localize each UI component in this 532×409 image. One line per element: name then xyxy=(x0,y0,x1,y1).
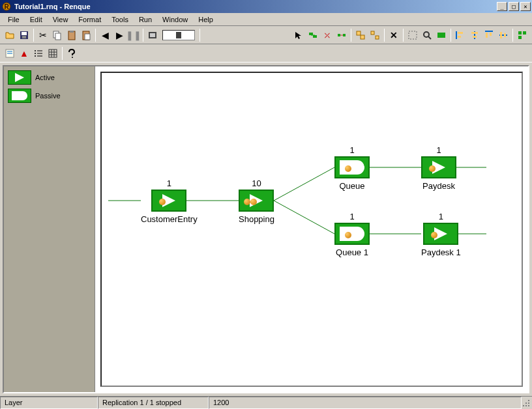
node-shopping[interactable]: 10 Shopping xyxy=(239,178,274,224)
play-button[interactable]: ▶ xyxy=(112,28,126,42)
node-paydesk[interactable]: 1 Paydesk xyxy=(421,145,456,191)
menu-bar: File Edit View Format Tools Run Window H… xyxy=(0,13,532,26)
node-box-active xyxy=(421,156,456,178)
maximize-button[interactable]: □ xyxy=(509,2,519,11)
node-box-passive xyxy=(334,156,370,178)
list-button[interactable] xyxy=(31,46,46,61)
legend-active-label: Active xyxy=(35,74,55,81)
node-count: 1 xyxy=(349,212,354,221)
pause-button[interactable]: ❚❚ xyxy=(126,28,141,42)
node-label: Paydesk 1 xyxy=(421,247,461,257)
select-all-tool[interactable] xyxy=(406,28,420,42)
open-button[interactable] xyxy=(3,28,17,42)
diagram-canvas[interactable]: 1 CustomerEntry 10 Shopping 1 Que xyxy=(100,72,523,387)
svg-rect-21 xyxy=(371,31,374,35)
close-button[interactable]: ✕ xyxy=(520,2,531,11)
palette-sidebar: Active Passive xyxy=(4,66,95,392)
node-count: 1 xyxy=(439,212,443,221)
svg-line-60 xyxy=(274,201,334,234)
pointer-tool[interactable] xyxy=(291,28,306,42)
status-layer: Layer xyxy=(0,397,98,409)
svg-rect-26 xyxy=(437,33,445,38)
node-customer-entry[interactable]: 1 CustomerEntry xyxy=(141,178,198,224)
node-tool[interactable] xyxy=(306,28,320,42)
help-button[interactable] xyxy=(65,46,79,61)
cut-button[interactable]: ✂ xyxy=(36,28,50,42)
svg-rect-3 xyxy=(22,32,27,35)
svg-rect-13 xyxy=(309,33,313,35)
menu-format[interactable]: Format xyxy=(73,14,106,25)
film-button[interactable] xyxy=(145,28,160,42)
node-count: 1 xyxy=(436,145,441,155)
title-bar: R Tutorial1.rnq - Renque _ □ ✕ xyxy=(0,0,532,13)
menu-edit[interactable]: Edit xyxy=(25,14,48,25)
align-center-tool[interactable] xyxy=(467,28,482,42)
svg-text:R: R xyxy=(4,3,9,10)
align-top-tool[interactable] xyxy=(482,28,496,42)
passive-icon xyxy=(8,89,31,103)
legend-passive[interactable]: Passive xyxy=(8,89,91,103)
step-back-button[interactable]: ◀ xyxy=(98,28,112,42)
node-box-active xyxy=(151,190,186,212)
cross-tool[interactable]: ⤫ xyxy=(320,28,334,42)
align-middle-tool[interactable] xyxy=(496,28,510,42)
menu-tools[interactable]: Tools xyxy=(106,14,134,25)
menu-file[interactable]: File xyxy=(3,14,25,25)
svg-rect-8 xyxy=(70,31,74,33)
node-box-active xyxy=(423,223,458,245)
minimize-button[interactable]: _ xyxy=(497,2,507,11)
paste-button[interactable] xyxy=(65,28,79,42)
svg-rect-67 xyxy=(528,402,529,404)
delete-tool[interactable]: ✕ xyxy=(387,28,401,42)
node-paydesk-1[interactable]: 1 Paydesk 1 xyxy=(421,212,461,257)
svg-rect-68 xyxy=(523,405,524,406)
svg-rect-39 xyxy=(518,31,522,35)
grid-button[interactable] xyxy=(46,46,60,61)
svg-rect-29 xyxy=(458,36,461,38)
app-icon: R xyxy=(1,1,12,12)
paste-special-button[interactable] xyxy=(79,28,93,42)
node-queue-1[interactable]: 1 Queue 1 xyxy=(334,212,370,257)
link-tool[interactable] xyxy=(334,28,349,42)
svg-rect-19 xyxy=(357,31,361,35)
svg-rect-37 xyxy=(500,32,502,38)
menu-view[interactable]: View xyxy=(48,14,74,25)
fit-tool[interactable] xyxy=(434,28,449,42)
svg-rect-34 xyxy=(486,33,488,38)
svg-line-25 xyxy=(428,36,431,39)
save-button[interactable] xyxy=(17,28,31,42)
group-tool[interactable] xyxy=(353,28,368,42)
svg-point-49 xyxy=(35,55,36,57)
svg-rect-69 xyxy=(525,405,527,406)
speed-slider[interactable] xyxy=(160,30,198,40)
legend-active[interactable]: Active xyxy=(8,70,91,85)
svg-rect-32 xyxy=(473,36,477,38)
svg-rect-16 xyxy=(338,34,340,36)
svg-rect-14 xyxy=(313,35,317,38)
svg-point-47 xyxy=(35,53,36,54)
align-left-tool[interactable] xyxy=(453,28,467,42)
resize-grip-icon[interactable] xyxy=(522,397,532,409)
toolbar-main: ✂ ◀ ▶ ❚❚ ⤫ ✕ xyxy=(0,26,532,44)
svg-rect-35 xyxy=(490,33,492,36)
node-count: 10 xyxy=(252,178,261,188)
svg-rect-66 xyxy=(525,402,527,404)
node-label: CustomerEntry xyxy=(141,214,198,224)
menu-help[interactable]: Help xyxy=(193,14,218,25)
layout-tool[interactable] xyxy=(515,28,529,42)
toolbar-secondary: ▲ xyxy=(0,44,532,63)
node-box-active xyxy=(239,190,274,212)
ungroup-tool[interactable] xyxy=(368,28,382,42)
zoom-tool[interactable] xyxy=(420,28,434,42)
warning-button[interactable]: ▲ xyxy=(17,46,31,61)
menu-run[interactable]: Run xyxy=(134,14,157,25)
svg-rect-38 xyxy=(504,33,506,37)
node-label: Queue 1 xyxy=(336,247,368,257)
node-count: 1 xyxy=(167,178,171,188)
node-queue[interactable]: 1 Queue xyxy=(334,145,370,191)
node-label: Queue xyxy=(339,181,364,191)
properties-button[interactable] xyxy=(3,46,17,61)
svg-rect-23 xyxy=(409,31,417,39)
copy-button[interactable] xyxy=(50,28,65,42)
menu-window[interactable]: Window xyxy=(157,14,193,25)
